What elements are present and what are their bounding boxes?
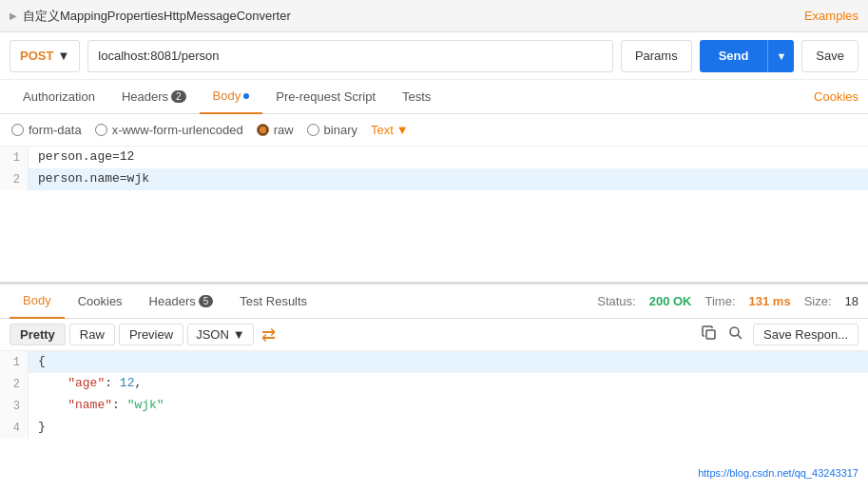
params-button[interactable]: Params: [621, 40, 692, 72]
resp-line-num-4: 4: [0, 417, 29, 439]
wrap-icon[interactable]: ⇄: [261, 325, 276, 345]
preview-button[interactable]: Preview: [119, 324, 183, 345]
response-toolbar: Pretty Raw Preview JSON ▼ ⇄: [0, 319, 868, 351]
code-line-1: 1 person.age=12: [0, 147, 868, 168]
binary-option[interactable]: binary: [307, 123, 357, 137]
urlencoded-option[interactable]: x-www-form-urlencoded: [95, 123, 243, 137]
resp-line-1: 1 {: [0, 351, 868, 373]
urlencoded-radio[interactable]: [95, 124, 107, 136]
svg-rect-0: [706, 330, 715, 339]
size-value: 18: [845, 294, 858, 308]
body-active-dot: [243, 93, 249, 99]
line-number-2: 2: [0, 168, 29, 190]
watermark: https://blog.csdn.net/qq_43243317: [0, 465, 868, 481]
app-container: ▶ 自定义MappingPropertiesHttpMessageConvert…: [0, 0, 868, 492]
raw-button[interactable]: Raw: [69, 324, 115, 345]
resp-line-content-4: }: [29, 417, 868, 439]
request-body-editor[interactable]: 1 person.age=12 2 person.name=wjk: [0, 147, 868, 285]
binary-radio[interactable]: [307, 124, 319, 136]
page-title: 自定义MappingPropertiesHttpMessageConverter: [23, 8, 804, 25]
resp-headers-badge: 5: [199, 295, 214, 307]
format-chevron-icon: ▼: [233, 327, 245, 342]
pretty-button[interactable]: Pretty: [10, 324, 66, 345]
form-data-radio[interactable]: [11, 124, 24, 136]
top-bar: ▶ 自定义MappingPropertiesHttpMessageConvert…: [0, 0, 868, 32]
tab-authorization[interactable]: Authorization: [10, 80, 108, 114]
cookies-link[interactable]: Cookies: [814, 89, 858, 104]
examples-link[interactable]: Examples: [804, 9, 858, 23]
save-response-button[interactable]: Save Respon...: [753, 324, 858, 345]
resp-tab-cookies[interactable]: Cookies: [65, 285, 136, 319]
raw-option[interactable]: raw: [257, 123, 294, 137]
response-right-tools: Save Respon...: [700, 324, 858, 346]
text-chevron-icon: ▼: [396, 123, 409, 137]
text-type-dropdown[interactable]: Text ▼: [371, 123, 409, 137]
status-value: 200 OK: [649, 294, 692, 308]
line-number-1: 1: [0, 147, 29, 168]
resp-tab-body[interactable]: Body: [10, 285, 65, 319]
request-bar: POST ▼ Params Send ▼ Save: [0, 32, 868, 80]
send-group: Send ▼: [700, 40, 795, 72]
method-chevron-icon: ▼: [57, 49, 69, 63]
send-button[interactable]: Send: [700, 40, 768, 72]
request-tabs: Authorization Headers 2 Body Pre-request…: [0, 80, 868, 114]
line-content-1: person.age=12: [29, 147, 868, 168]
tab-body[interactable]: Body: [200, 80, 263, 114]
code-line-2: 2 person.name=wjk: [0, 168, 868, 190]
resp-line-3: 3 "name": "wjk": [0, 395, 868, 417]
tab-pre-request[interactable]: Pre-request Script: [262, 80, 389, 114]
raw-radio[interactable]: [257, 124, 269, 136]
svg-line-2: [738, 335, 742, 339]
tab-headers[interactable]: Headers 2: [108, 80, 200, 114]
resp-tab-test-results[interactable]: Test Results: [226, 285, 320, 319]
resp-line-content-3: "name": "wjk": [29, 395, 868, 417]
response-tabs-bar: Body Cookies Headers 5 Test Results Stat…: [0, 285, 868, 319]
response-body-code: 1 { 2 "age": 12, 3 "name": "wjk" 4 }: [0, 351, 868, 465]
nav-arrow-icon: ▶: [10, 10, 17, 21]
format-dropdown[interactable]: JSON ▼: [187, 324, 254, 345]
time-label: Time:: [705, 294, 736, 308]
copy-button[interactable]: [700, 324, 719, 346]
resp-line-content-2: "age": 12,: [29, 373, 868, 395]
tab-tests[interactable]: Tests: [389, 80, 444, 114]
resp-tab-headers[interactable]: Headers 5: [136, 285, 227, 319]
headers-badge: 2: [171, 90, 186, 103]
resp-line-num-3: 3: [0, 395, 29, 417]
save-button[interactable]: Save: [801, 40, 858, 72]
status-label: Status:: [597, 294, 635, 308]
response-status-info: Status: 200 OK Time: 131 ms Size: 18: [597, 294, 858, 308]
body-options: form-data x-www-form-urlencoded raw bina…: [0, 114, 868, 147]
method-dropdown[interactable]: POST ▼: [10, 40, 80, 72]
method-value: POST: [20, 49, 53, 63]
url-input[interactable]: [87, 40, 613, 72]
resp-line-num-2: 2: [0, 373, 29, 395]
resp-line-4: 4 }: [0, 417, 868, 439]
size-label: Size:: [804, 294, 832, 308]
watermark-text: https://blog.csdn.net/qq_43243317: [698, 467, 858, 479]
form-data-option[interactable]: form-data: [11, 123, 82, 137]
search-button[interactable]: [726, 324, 745, 346]
resp-line-2: 2 "age": 12,: [0, 373, 868, 395]
response-section: Body Cookies Headers 5 Test Results Stat…: [0, 285, 868, 492]
resp-line-content-1: {: [29, 351, 868, 373]
line-content-2: person.name=wjk: [29, 168, 868, 190]
time-value: 131 ms: [749, 294, 791, 308]
svg-point-1: [730, 327, 739, 336]
resp-line-num-1: 1: [0, 351, 29, 373]
send-arrow-button[interactable]: ▼: [767, 40, 794, 72]
